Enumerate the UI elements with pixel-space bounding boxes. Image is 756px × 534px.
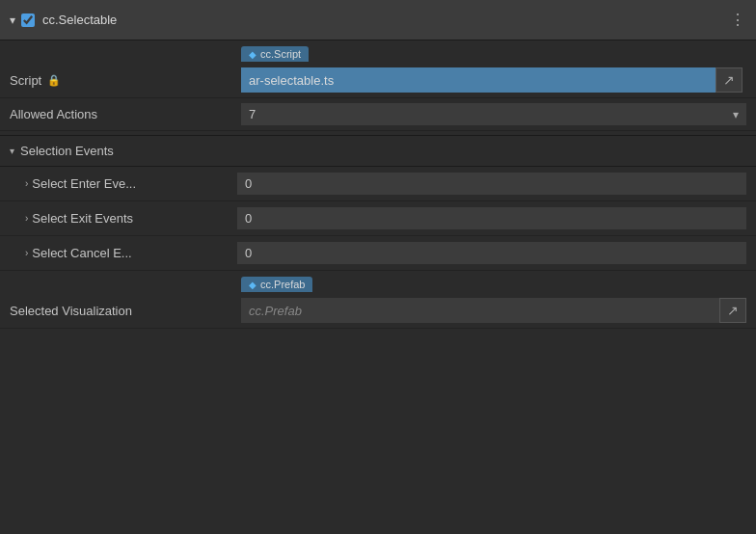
- section-collapse-icon: ▾: [10, 146, 14, 156]
- vis-field-wrapper: ◆ cc.Prefab ↗: [241, 298, 746, 323]
- vis-label: Selected Visualization: [10, 304, 241, 318]
- component-title: cc.Selectable: [42, 13, 730, 27]
- lock-icon: 🔒: [47, 74, 61, 87]
- script-row-container: Script 🔒 ◆ cc.Script ↗: [0, 40, 756, 98]
- script-input[interactable]: [241, 67, 716, 93]
- vis-select-button[interactable]: ↗: [719, 298, 746, 323]
- selection-events-section[interactable]: ▾ Selection Events: [0, 135, 756, 167]
- allowed-actions-label-text: Allowed Actions: [10, 107, 97, 121]
- allowed-actions-dropdown-value: 7: [249, 107, 256, 121]
- script-field-wrapper: ◆ cc.Script ↗: [241, 67, 746, 93]
- diamond-icon: ◆: [249, 49, 256, 60]
- select-cancel-chevron-icon[interactable]: ›: [25, 248, 28, 258]
- component-enabled-checkbox[interactable]: [21, 13, 35, 27]
- select-cancel-value: 0: [237, 242, 746, 264]
- select-exit-label-wrapper: › Select Exit Events: [25, 211, 237, 226]
- select-cancel-events-row: › Select Cancel E... 0: [0, 236, 756, 271]
- select-exit-events-row: › Select Exit Events 0: [0, 201, 756, 236]
- component-header: ▾ cc.Selectable ⋮: [0, 0, 756, 40]
- select-enter-value: 0: [237, 173, 746, 195]
- component-body: Script 🔒 ◆ cc.Script ↗: [0, 40, 756, 534]
- vis-diamond-icon: ◆: [249, 280, 256, 290]
- vis-input[interactable]: [241, 298, 719, 323]
- allowed-actions-dropdown[interactable]: 7 ▾: [241, 103, 746, 125]
- select-enter-label: Select Enter Eve...: [32, 176, 136, 191]
- allowed-actions-value: 7 ▾: [241, 103, 746, 125]
- component-panel: ▾ cc.Selectable ⋮ Script 🔒 ◆ cc.Script: [0, 0, 756, 534]
- script-tag-label: cc.Script: [260, 48, 301, 60]
- select-enter-label-wrapper: › Select Enter Eve...: [25, 176, 237, 191]
- select-exit-label: Select Exit Events: [32, 211, 133, 226]
- script-field-value: ◆ cc.Script ↗: [241, 67, 746, 93]
- more-options-icon[interactable]: ⋮: [730, 11, 746, 29]
- select-enter-events-row: › Select Enter Eve... 0: [0, 167, 756, 201]
- collapse-icon[interactable]: ▾: [10, 13, 15, 27]
- vis-tag: ◆ cc.Prefab: [241, 277, 312, 292]
- select-exit-value: 0: [237, 207, 746, 229]
- vis-label-text: Selected Visualization: [10, 304, 132, 318]
- select-cancel-label: Select Cancel E...: [32, 246, 131, 260]
- checkbox-wrapper[interactable]: [21, 13, 35, 27]
- vis-select-arrow-icon: ↗: [727, 303, 739, 318]
- vis-row-container: Selected Visualization ◆ cc.Prefab ↗: [0, 271, 756, 329]
- select-enter-chevron-icon[interactable]: ›: [25, 178, 28, 189]
- allowed-actions-label: Allowed Actions: [10, 107, 241, 121]
- selection-events-title: Selection Events: [20, 144, 114, 158]
- allowed-actions-row: Allowed Actions 7 ▾: [0, 98, 756, 131]
- vis-tag-label: cc.Prefab: [260, 279, 305, 290]
- select-exit-chevron-icon[interactable]: ›: [25, 213, 28, 224]
- select-cancel-label-wrapper: › Select Cancel E...: [25, 246, 237, 260]
- script-select-button[interactable]: ↗: [716, 67, 742, 93]
- select-arrow-icon: ↗: [723, 72, 735, 88]
- script-tag: ◆ cc.Script: [241, 46, 309, 62]
- script-label-text: Script: [10, 73, 41, 88]
- dropdown-arrow-icon: ▾: [733, 108, 739, 121]
- script-label: Script 🔒: [10, 73, 241, 88]
